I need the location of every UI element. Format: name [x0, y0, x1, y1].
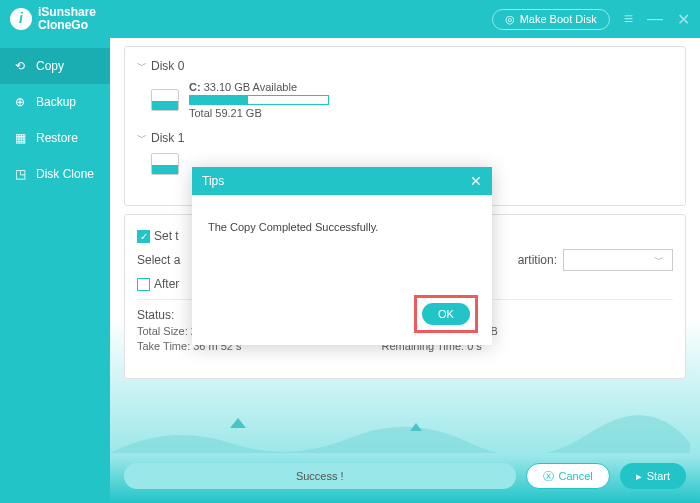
- after-text: After: [154, 277, 179, 291]
- progress-bar: Success !: [124, 463, 516, 489]
- app-name-2: CloneGo: [38, 19, 96, 32]
- ok-highlight: OK: [414, 295, 478, 333]
- menu-icon[interactable]: ≡: [624, 10, 633, 28]
- disk0-label: Disk 0: [151, 59, 184, 73]
- select-prefix: Select a: [137, 253, 180, 267]
- tips-dialog: Tips ✕ The Copy Completed Successfully. …: [192, 167, 492, 345]
- close-icon[interactable]: ✕: [677, 10, 690, 29]
- sidebar-label: Copy: [36, 59, 64, 73]
- partition-dropdown[interactable]: ﹀: [563, 249, 673, 271]
- sidebar-label: Restore: [36, 131, 78, 145]
- sidebar-label: Disk Clone: [36, 167, 94, 181]
- sidebar-item-backup[interactable]: ⊕ Backup: [0, 84, 110, 120]
- checkbox-after[interactable]: [137, 278, 150, 291]
- logo-icon: i: [10, 8, 32, 30]
- sidebar-item-disk-clone[interactable]: ◳ Disk Clone: [0, 156, 110, 192]
- chevron-down-icon: ﹀: [137, 59, 147, 73]
- sidebar-item-copy[interactable]: ⟲ Copy: [0, 48, 110, 84]
- partition-suffix: artition:: [518, 253, 557, 267]
- drive-letter: C:: [189, 81, 201, 93]
- disk0-partition[interactable]: C: 33.10 GB Available Total 59.21 GB: [137, 77, 673, 127]
- make-boot-label: Make Boot Disk: [520, 13, 597, 25]
- set-target-text: Set t: [154, 229, 179, 243]
- play-icon: ▸: [636, 470, 642, 483]
- disc-icon: ◎: [505, 13, 515, 26]
- start-label: Start: [647, 470, 670, 482]
- decorative-hills: [110, 413, 690, 453]
- cancel-label: Cancel: [559, 470, 593, 482]
- app-logo: i iSunshare CloneGo: [10, 6, 96, 32]
- checkbox-set-target[interactable]: ✓: [137, 230, 150, 243]
- footer: Success ! ⓧ Cancel ▸ Start: [124, 463, 686, 489]
- restore-icon: ▦: [12, 130, 28, 146]
- sidebar: ⟲ Copy ⊕ Backup ▦ Restore ◳ Disk Clone: [0, 38, 110, 503]
- sidebar-item-restore[interactable]: ▦ Restore: [0, 120, 110, 156]
- copy-icon: ⟲: [12, 58, 28, 74]
- dialog-title: Tips: [202, 174, 224, 188]
- disk1-header[interactable]: ﹀ Disk 1: [137, 131, 673, 145]
- minimize-icon[interactable]: —: [647, 10, 663, 28]
- drive-available: 33.10 GB Available: [204, 81, 297, 93]
- dialog-header: Tips ✕: [192, 167, 492, 195]
- dialog-close-icon[interactable]: ✕: [470, 173, 482, 189]
- titlebar: i iSunshare CloneGo ◎ Make Boot Disk ≡ —…: [0, 0, 700, 38]
- make-boot-disk-button[interactable]: ◎ Make Boot Disk: [492, 9, 610, 30]
- drive-icon: [151, 153, 179, 175]
- disk-clone-icon: ◳: [12, 166, 28, 182]
- start-button[interactable]: ▸ Start: [620, 463, 686, 489]
- ok-button[interactable]: OK: [422, 303, 470, 325]
- chevron-down-icon: ﹀: [137, 131, 147, 145]
- drive-total: Total 59.21 GB: [189, 107, 329, 119]
- sidebar-label: Backup: [36, 95, 76, 109]
- cancel-button[interactable]: ⓧ Cancel: [526, 463, 610, 489]
- backup-icon: ⊕: [12, 94, 28, 110]
- disk0-header[interactable]: ﹀ Disk 0: [137, 59, 673, 73]
- dialog-message: The Copy Completed Successfully.: [208, 221, 476, 233]
- usage-bar: [189, 95, 329, 105]
- disk1-label: Disk 1: [151, 131, 184, 145]
- drive-icon: [151, 89, 179, 111]
- cancel-icon: ⓧ: [543, 469, 554, 484]
